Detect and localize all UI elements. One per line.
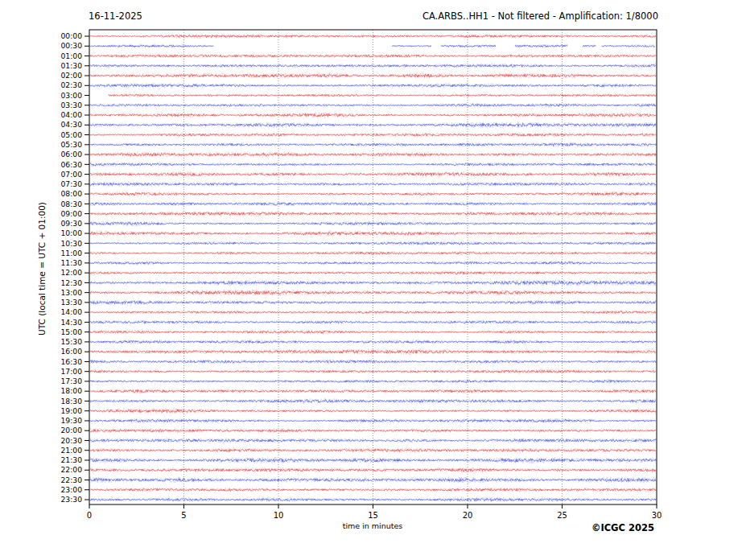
row-label-03:30: 03:30 — [61, 101, 83, 109]
row-label-22:00: 22:00 — [61, 465, 83, 474]
row-label-06:00: 06:00 — [61, 150, 83, 159]
row-label-12:30: 12:30 — [61, 278, 83, 287]
row-label-00:00: 00:00 — [61, 31, 83, 40]
x-tick-label-15: 15 — [368, 511, 378, 520]
row-label-22:30: 22:30 — [61, 476, 83, 484]
row-label-01:30: 01:30 — [61, 61, 83, 70]
row-label-00:30: 00:30 — [61, 41, 83, 50]
row-label-04:00: 04:00 — [61, 110, 83, 119]
trace-20:00 — [89, 430, 656, 432]
row-label-16:30: 16:30 — [61, 357, 83, 366]
x-tick-label-20: 20 — [463, 511, 473, 520]
row-label-23:30: 23:30 — [61, 495, 83, 504]
row-label-02:00: 02:00 — [61, 71, 83, 80]
row-label-04:30: 04:30 — [61, 120, 83, 129]
row-label-21:30: 21:30 — [61, 455, 83, 464]
row-label-23:00: 23:00 — [61, 485, 83, 494]
row-label-05:30: 05:30 — [61, 140, 83, 149]
row-label-01:00: 01:00 — [61, 51, 83, 60]
row-label-07:30: 07:30 — [61, 179, 83, 188]
row-label-18:30: 18:30 — [61, 397, 83, 406]
row-label-10:00: 10:00 — [61, 229, 83, 237]
row-label-07:00: 07:00 — [61, 170, 83, 179]
row-label-08:00: 08:00 — [61, 189, 83, 198]
row-label-05:00: 05:00 — [61, 130, 83, 139]
row-label-20:00: 20:00 — [61, 426, 83, 434]
copyright-notice: ©ICGC 2025 — [591, 522, 654, 533]
helicorder-plot: 00:0000:3001:0001:3002:0002:3003:0003:30… — [0, 0, 746, 560]
row-label-15:00: 15:00 — [61, 327, 83, 336]
row-label-11:30: 11:30 — [61, 258, 83, 267]
seismogram-page: 16-11-2025 CA.ARBS..HH1 - Not filtered -… — [0, 0, 746, 560]
row-label-13:00: 13:00 — [61, 288, 83, 297]
row-label-08:30: 08:30 — [61, 200, 83, 208]
x-axis-label: time in minutes — [343, 521, 403, 530]
row-label-17:30: 17:30 — [61, 377, 83, 385]
row-label-02:30: 02:30 — [61, 80, 83, 89]
row-label-10:30: 10:30 — [61, 239, 83, 248]
x-tick-label-0: 0 — [87, 511, 92, 520]
row-label-14:00: 14:00 — [61, 307, 83, 316]
row-label-19:30: 19:30 — [61, 416, 83, 425]
row-label-19:00: 19:00 — [61, 406, 83, 415]
row-label-09:00: 09:00 — [61, 209, 83, 218]
trace-00:30 — [89, 45, 654, 47]
row-label-16:00: 16:00 — [61, 347, 83, 356]
row-label-14:30: 14:30 — [61, 318, 83, 327]
row-label-21:00: 21:00 — [61, 446, 83, 455]
row-label-17:00: 17:00 — [61, 367, 83, 376]
x-tick-label-25: 25 — [557, 511, 567, 520]
row-label-18:00: 18:00 — [61, 386, 83, 395]
trace-09:00 — [89, 212, 656, 216]
row-label-15:30: 15:30 — [61, 337, 83, 346]
row-label-12:00: 12:00 — [61, 268, 83, 277]
row-label-20:30: 20:30 — [61, 436, 83, 445]
x-tick-label-5: 5 — [181, 511, 186, 520]
x-tick-label-10: 10 — [274, 511, 284, 520]
row-label-09:30: 09:30 — [61, 219, 83, 228]
row-label-13:30: 13:30 — [61, 298, 83, 307]
x-tick-label-30: 30 — [652, 511, 662, 520]
row-label-03:00: 03:00 — [61, 91, 83, 100]
row-label-06:30: 06:30 — [61, 160, 83, 169]
row-label-11:00: 11:00 — [61, 249, 83, 257]
